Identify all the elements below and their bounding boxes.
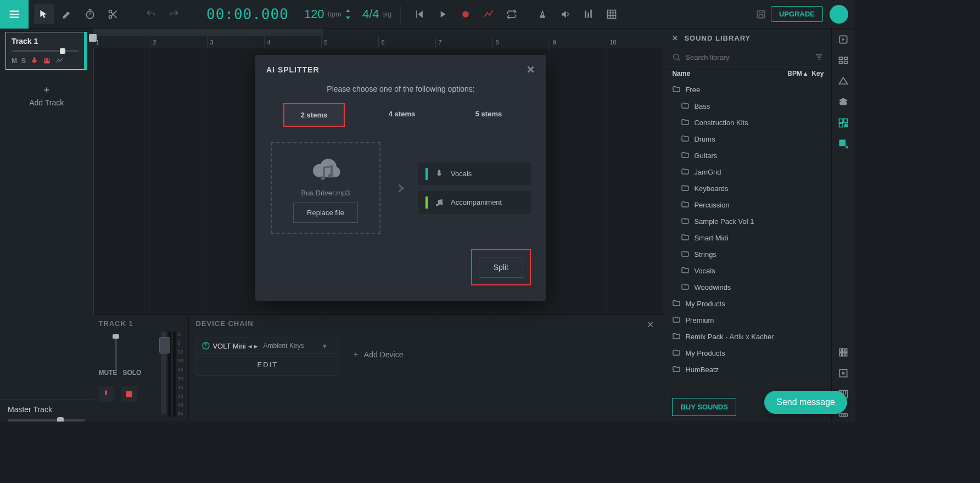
file-dropzone[interactable]: Bus Driver.mp3 Replace file [271, 142, 380, 234]
time-display[interactable]: 00:00.000 [197, 6, 299, 23]
library-item[interactable]: Premium [664, 312, 831, 328]
automation-button[interactable] [479, 4, 499, 24]
mixer-button[interactable] [579, 4, 598, 24]
undo-button[interactable] [141, 4, 161, 24]
replace-file-button[interactable]: Replace file [293, 203, 358, 223]
library-item[interactable]: Remix Pack - Artik x Kacher [664, 328, 831, 345]
grid-button[interactable] [602, 4, 621, 24]
timeline-ruler[interactable]: 1 2 3 4 5 6 7 8 9 10 [93, 36, 664, 48]
loop-button[interactable] [502, 4, 522, 24]
play-button[interactable] [433, 4, 452, 24]
bpm-display[interactable]: 120 bpm [299, 7, 357, 21]
device-preset[interactable]: Ambient Keys [264, 342, 304, 350]
library-list: FreeBassConstruction KitsDrumsGuitarsJam… [664, 81, 831, 392]
help-icon[interactable] [837, 75, 850, 88]
library-item[interactable]: Sample Pack Vol 1 [664, 213, 831, 229]
channel-solo[interactable]: SOLO [122, 369, 141, 377]
buy-sounds-button[interactable]: BUY SOUNDS [672, 398, 736, 416]
library-close[interactable]: ✕ [672, 34, 679, 42]
svg-rect-11 [585, 10, 586, 18]
tab-2-stems[interactable]: 2 stems [283, 103, 345, 127]
dropzone-filename: Bus Driver.mp3 [301, 189, 350, 197]
chevron-right-icon[interactable]: ▸ [254, 342, 258, 350]
library-item[interactable]: My Products [664, 295, 831, 312]
library-item[interactable]: My Products [664, 345, 831, 361]
pencil-tool[interactable] [57, 4, 77, 24]
send-message-button[interactable]: Send message [764, 391, 847, 414]
mic-icon[interactable] [30, 57, 38, 65]
add-device-button[interactable]: ＋ Add Device [352, 350, 404, 360]
track-pan-slider[interactable] [12, 50, 79, 52]
skip-back-button[interactable] [410, 4, 429, 24]
cut-tool[interactable] [103, 4, 123, 24]
add-track-button[interactable]: ＋ Add Track [0, 73, 93, 117]
folder-icon [681, 283, 690, 291]
mic-icon [434, 169, 444, 179]
folder-icon [672, 299, 681, 308]
pointer-tool[interactable] [34, 4, 54, 24]
tab-5-stems[interactable]: 5 stems [459, 103, 518, 127]
midi-icon[interactable] [837, 346, 850, 359]
folder-icon [672, 349, 681, 357]
library-item[interactable]: Keyboards [664, 180, 831, 196]
library-search[interactable] [664, 48, 831, 66]
record-button[interactable] [456, 4, 475, 24]
device-block[interactable]: VOLT Mini ◂▸ Ambient Keys ▾ EDIT [195, 338, 339, 376]
automation-toggle-icon[interactable] [55, 57, 64, 65]
avatar[interactable] [830, 5, 848, 24]
device-chain-close[interactable]: ✕ [647, 319, 654, 330]
split-button[interactable]: Split [479, 257, 523, 278]
library-item[interactable]: Bass [664, 98, 831, 114]
master-volume-slider[interactable] [8, 419, 85, 422]
library-item[interactable]: Free [664, 81, 831, 98]
library-item[interactable]: Vocals [664, 262, 831, 279]
education-icon[interactable] [837, 96, 850, 109]
metronome-tool[interactable] [80, 4, 100, 24]
channel-mute[interactable]: MUTE [98, 369, 117, 377]
library-item[interactable]: Drums [664, 131, 831, 147]
track-card[interactable]: Track 1 M S [5, 32, 87, 70]
upgrade-button[interactable]: UPGRADE [771, 6, 823, 22]
channel-fader[interactable] [161, 332, 166, 414]
time-signature-display[interactable]: 4/4 sig [357, 7, 397, 21]
tab-4-stems[interactable]: 4 stems [372, 103, 432, 127]
modal-close[interactable]: ✕ [527, 64, 535, 76]
power-icon[interactable] [201, 341, 210, 350]
library-item[interactable]: Smart Midi [664, 229, 831, 246]
save-button[interactable] [751, 4, 771, 24]
library-item[interactable]: Strings [664, 246, 831, 262]
folder-icon [681, 118, 690, 127]
channel-keys[interactable] [121, 386, 137, 402]
level-meter: 061218243036424854 [161, 332, 183, 417]
stem-accompaniment[interactable]: Accompaniment [418, 191, 531, 214]
music-note-icon [434, 198, 444, 207]
clips-icon[interactable] [837, 54, 850, 67]
library-item[interactable]: Woodwinds [664, 279, 831, 295]
redo-button[interactable] [164, 4, 184, 24]
library-search-input[interactable] [685, 53, 810, 61]
library-icon[interactable] [837, 33, 850, 46]
ai-icon[interactable]: AI [837, 116, 850, 130]
export-icon[interactable] [837, 137, 850, 150]
library-item[interactable]: Construction Kits [664, 114, 831, 131]
menu-button[interactable] [0, 0, 29, 29]
library-item[interactable]: Percussion [664, 196, 831, 213]
chevron-down-icon[interactable]: ▾ [323, 342, 327, 350]
fullscreen-icon[interactable] [837, 367, 850, 380]
channel-mic[interactable] [98, 386, 114, 402]
library-item[interactable]: Guitars [664, 147, 831, 164]
keys-icon[interactable] [43, 57, 51, 65]
library-item[interactable]: JamGrid [664, 164, 831, 180]
channel-pan-slider[interactable] [115, 334, 117, 370]
solo-toggle[interactable]: S [21, 57, 26, 65]
stem-vocals[interactable]: Vocals [418, 162, 531, 186]
library-item[interactable]: HumBeatz [664, 361, 831, 378]
mute-toggle[interactable]: M [12, 57, 17, 65]
playhead-scrubber[interactable] [89, 34, 97, 42]
metronome-button[interactable] [533, 4, 552, 24]
volume-button[interactable] [556, 4, 575, 24]
horizontal-scroll-handle[interactable] [93, 29, 323, 36]
filter-icon[interactable] [815, 53, 824, 61]
device-edit-button[interactable]: EDIT [196, 353, 339, 375]
chevron-left-icon[interactable]: ◂ [248, 342, 252, 350]
